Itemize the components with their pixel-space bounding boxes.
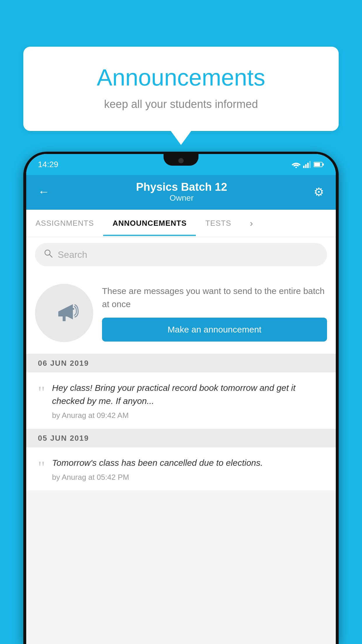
- tab-assignments[interactable]: ASSIGNMENTS: [26, 211, 103, 236]
- svg-rect-7: [323, 163, 324, 166]
- tabs-bar: ASSIGNMENTS ANNOUNCEMENTS TESTS ›: [26, 210, 336, 237]
- bubble-title: Announcements: [47, 64, 315, 91]
- svg-line-9: [50, 255, 52, 257]
- search-icon: [44, 249, 53, 260]
- svg-point-10: [73, 308, 74, 310]
- camera: [178, 158, 184, 163]
- search-container: Search: [26, 237, 336, 272]
- date-separator-1: 06 JUN 2019: [26, 354, 336, 372]
- svg-rect-6: [314, 163, 320, 166]
- tab-more[interactable]: ›: [240, 210, 263, 237]
- batch-title: Physics Batch 12: [136, 181, 227, 193]
- status-bar: 14:29: [26, 154, 336, 175]
- search-placeholder: Search: [58, 249, 87, 260]
- announcement-meta-1: by Anurag at 09:42 AM: [52, 411, 324, 420]
- app-header: ← Physics Batch 12 Owner ⚙: [26, 175, 336, 210]
- announcement-item-1: " Hey class! Bring your practical record…: [26, 372, 336, 429]
- bubble-subtitle: keep all your students informed: [47, 98, 315, 111]
- svg-point-0: [296, 167, 297, 168]
- phone-screen: 14:29: [26, 154, 336, 644]
- search-box[interactable]: Search: [35, 243, 327, 266]
- announcement-text-2: Tomorrow's class has been cancelled due …: [52, 456, 263, 469]
- announcement-text-1: Hey class! Bring your practical record b…: [52, 381, 324, 407]
- svg-rect-4: [309, 161, 311, 168]
- promo-right: These are messages you want to send to t…: [102, 284, 327, 342]
- back-button[interactable]: ←: [38, 185, 50, 198]
- tab-tests[interactable]: TESTS: [196, 211, 240, 236]
- promo-section: These are messages you want to send to t…: [26, 272, 336, 354]
- quote-icon-2: ": [38, 459, 45, 476]
- make-announcement-button[interactable]: Make an announcement: [102, 318, 327, 342]
- status-icons: [291, 161, 324, 168]
- signal-icon: [303, 161, 311, 168]
- announcement-meta-2: by Anurag at 05:42 PM: [52, 473, 263, 482]
- quote-icon-1: ": [38, 384, 45, 401]
- date-separator-2: 05 JUN 2019: [26, 429, 336, 447]
- wifi-icon: [291, 161, 301, 168]
- promo-icon-circle: [35, 284, 93, 342]
- phone-frame: 14:29: [23, 152, 339, 644]
- settings-button[interactable]: ⚙: [314, 185, 324, 199]
- svg-rect-3: [307, 163, 309, 168]
- svg-rect-2: [305, 164, 307, 168]
- svg-rect-1: [303, 166, 305, 168]
- megaphone-icon: [50, 298, 79, 328]
- promo-description: These are messages you want to send to t…: [102, 284, 327, 311]
- battery-icon: [314, 162, 324, 167]
- header-center: Physics Batch 12 Owner: [136, 181, 227, 203]
- notch: [164, 154, 198, 166]
- announcement-content-1: Hey class! Bring your practical record b…: [52, 381, 324, 420]
- time-display: 14:29: [38, 160, 58, 169]
- role-label: Owner: [136, 193, 227, 203]
- announcement-item-2: " Tomorrow's class has been cancelled du…: [26, 447, 336, 491]
- announcement-content-2: Tomorrow's class has been cancelled due …: [52, 456, 263, 482]
- tab-announcements[interactable]: ANNOUNCEMENTS: [103, 211, 196, 236]
- speech-bubble: Announcements keep all your students inf…: [23, 47, 339, 131]
